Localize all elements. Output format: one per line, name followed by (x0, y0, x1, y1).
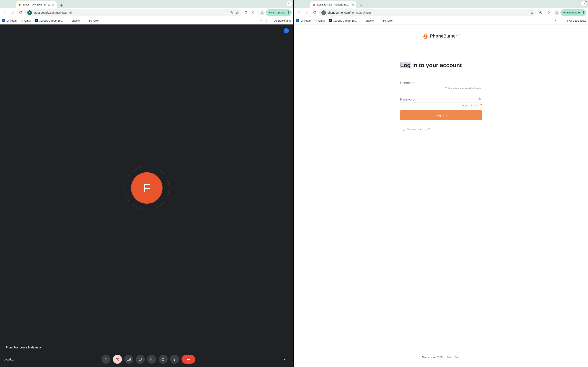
finish-update-button[interactable]: Finish update (266, 9, 292, 16)
bookmark-label: Sheets (71, 19, 80, 22)
svg-text:in: in (297, 20, 298, 22)
bookmark-sheets[interactable]: Sheets (361, 19, 374, 22)
show-password-icon[interactable] (477, 97, 481, 101)
svg-point-4 (262, 12, 263, 13)
bookmarks-divider (561, 19, 561, 23)
tab-phoneburner[interactable]: Login to Your PhoneBurner Ac (310, 1, 356, 8)
expand-panel-button[interactable] (281, 355, 290, 364)
login-button[interactable]: Log in › (400, 110, 482, 120)
address-bar[interactable]: meet.google.com/uyw-fwto-rqk (25, 9, 242, 16)
password-input[interactable] (400, 96, 482, 103)
bookmark-linkedin[interactable]: inLinkedIn (296, 19, 311, 22)
tab-search-button[interactable] (286, 1, 292, 7)
tab-close-button[interactable] (52, 3, 54, 6)
svg-point-19 (174, 359, 175, 359)
remember-me-checkbox[interactable]: Remember me? (403, 127, 482, 131)
leave-call-button[interactable] (182, 355, 195, 364)
url-text: phoneburner.com/homepage/login (328, 11, 528, 14)
new-tab-button[interactable] (59, 2, 64, 8)
extensions-icon[interactable] (545, 9, 552, 16)
present-screen-button[interactable] (147, 355, 156, 364)
camera-off-button[interactable] (113, 355, 122, 364)
bookmark-star-icon[interactable] (235, 11, 239, 15)
all-bookmarks-button[interactable]: All Bookmarks (270, 19, 291, 22)
microphone-button[interactable] (102, 355, 111, 364)
new-tab-button[interactable] (358, 2, 364, 8)
bookmarks-bar-right: inLinkedIn Gmail Callblitz's Team Bli… S… (294, 17, 588, 25)
bookmark-kpi[interactable]: KPI Tools (377, 19, 393, 22)
finish-update-button[interactable]: Finish update (561, 9, 586, 16)
bookmark-label: All Bookmarks (274, 19, 291, 22)
folder-icon (67, 19, 70, 22)
address-bar[interactable]: phoneburner.com/homepage/login (319, 9, 536, 16)
tab-title: Login to Your PhoneBurner Ac (317, 3, 350, 6)
url-text: meet.google.com/uyw-fwto-rqk (34, 11, 228, 14)
reload-button[interactable] (17, 9, 24, 16)
more-overflow-button[interactable] (284, 28, 289, 33)
bookmark-gmail[interactable]: Gmail (314, 19, 325, 22)
flame-icon (423, 33, 429, 40)
bookmark-gmail[interactable]: Gmail (20, 19, 31, 22)
svg-rect-21 (323, 12, 323, 12)
reactions-button[interactable] (136, 355, 145, 364)
captions-button[interactable] (124, 355, 133, 364)
bookmark-star-icon[interactable] (530, 11, 534, 15)
back-button[interactable] (2, 9, 8, 16)
window-left: Meet – uyw-fwto-rqk meet.google.com/uyw-… (0, 0, 294, 367)
menu-dots-icon[interactable] (287, 11, 291, 14)
finish-update-label: Finish update (563, 11, 580, 14)
mic-permission-icon[interactable] (27, 10, 32, 15)
tab-close-button[interactable] (351, 3, 354, 6)
meet-favicon-icon (18, 3, 22, 6)
folder-icon (361, 19, 364, 22)
meet-controls-bar: uyw-f… (0, 351, 293, 367)
meet-controls (18, 355, 279, 364)
toolbar-right: phoneburner.com/homepage/login Finish up… (294, 8, 588, 17)
bookmark-label: Callblitz's Team Bli… (333, 19, 358, 22)
translate-icon[interactable] (230, 11, 234, 15)
extensions-icon[interactable] (251, 9, 257, 16)
signup-footer: No account? Start Free Trial (294, 355, 588, 359)
tab-meet[interactable]: Meet – uyw-fwto-rqk (16, 1, 57, 8)
meeting-code: uyw-f… (4, 358, 16, 361)
svg-text:in: in (3, 20, 4, 22)
toolbar-divider (258, 10, 259, 15)
bookmark-callblitz[interactable]: Callblitz's Team Bli… (35, 19, 64, 22)
bookmarks-overflow-button[interactable] (553, 19, 558, 22)
bookmark-sheets[interactable]: Sheets (67, 19, 80, 22)
extension-icon[interactable] (243, 9, 249, 16)
forgot-password-link[interactable]: Forgot password? (400, 104, 482, 107)
finish-update-label: Finish update (269, 11, 285, 14)
start-trial-link[interactable]: Start Free Trial (440, 355, 460, 359)
back-button[interactable] (296, 9, 302, 16)
menu-dots-icon[interactable] (581, 11, 585, 14)
all-bookmarks-button[interactable]: All Bookmarks (564, 19, 586, 22)
window-right: Login to Your PhoneBurner Ac phoneburner… (294, 0, 588, 367)
username-input[interactable] (400, 80, 482, 86)
bookmark-label: KPI Tools (381, 19, 393, 22)
avatar-ring: F (125, 166, 169, 210)
bookmark-callblitz[interactable]: Callblitz's Team Bli… (329, 19, 358, 22)
forward-button[interactable] (9, 9, 16, 16)
folder-icon (377, 19, 380, 22)
site-settings-icon[interactable] (321, 10, 326, 15)
phoneburner-page: PhoneBurner ® Log in to your account Thi… (294, 25, 588, 367)
video-stage: F (0, 25, 293, 351)
bookmark-linkedin[interactable]: inLinkedIn (2, 19, 17, 22)
callblitz-icon (329, 19, 332, 22)
raise-hand-button[interactable] (159, 355, 168, 364)
svg-point-24 (540, 12, 541, 13)
svg-point-13 (287, 30, 287, 31)
folder-icon (83, 19, 86, 22)
profile-avatar[interactable] (554, 10, 559, 15)
tab-search-button[interactable] (581, 1, 586, 7)
reload-button[interactable] (311, 9, 318, 16)
more-options-button[interactable] (170, 355, 179, 364)
svg-point-18 (174, 358, 175, 358)
extension-icon[interactable] (537, 9, 544, 16)
profile-avatar[interactable] (260, 10, 265, 15)
bookmark-kpi[interactable]: KPI Tools (83, 19, 99, 22)
phoneburner-logo: PhoneBurner ® (400, 33, 482, 40)
bookmarks-overflow-button[interactable] (259, 19, 263, 22)
forward-button[interactable] (303, 9, 310, 16)
